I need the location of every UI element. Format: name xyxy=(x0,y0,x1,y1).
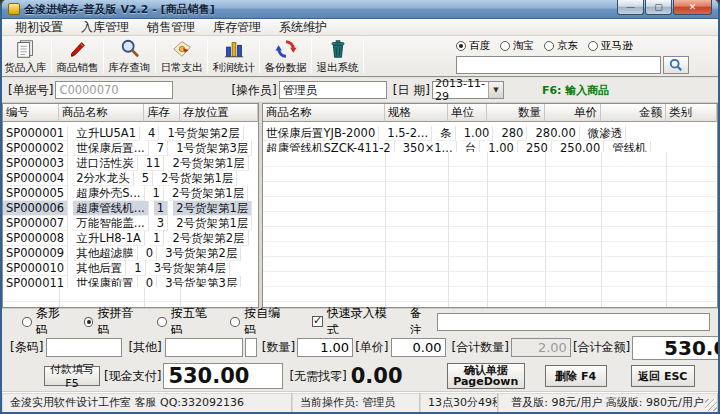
col-header-price[interactable]: 单价 xyxy=(545,104,601,122)
backup-data-button[interactable]: 备份数据 xyxy=(262,36,309,76)
web-search-input[interactable] xyxy=(456,56,661,74)
col-header-stock[interactable]: 库存 xyxy=(144,104,180,122)
product-row[interactable]: SP000008 立升LH8-1A 1 2号货架第2层 xyxy=(3,227,258,242)
engine-amazon[interactable]: 亚马逊 xyxy=(588,39,633,53)
chevron-down-icon[interactable]: ▼ xyxy=(488,82,503,98)
product-list-header: 编号 商品名称 库存 存放位置 xyxy=(3,104,258,122)
change-amount-value: 0.00 xyxy=(351,364,443,388)
confirm-bill-button[interactable]: 确认单据 PageDown xyxy=(447,363,525,389)
bill-no-input[interactable] xyxy=(55,81,173,99)
product-row[interactable]: SP000007 万能智能盖... 3 2号货架第1层 xyxy=(3,212,258,227)
checkbox-icon xyxy=(312,316,323,327)
product-list-table: 编号 商品名称 库存 存放位置 SP000001 立升LU5A1 4 1号货架第… xyxy=(2,103,259,308)
toolbar-separator xyxy=(311,39,312,73)
col-header-category[interactable]: 类别 xyxy=(666,104,717,122)
radio-icon xyxy=(500,41,510,51)
back-button[interactable]: 返回 ESC xyxy=(631,365,695,387)
col-header-code[interactable]: 编号 xyxy=(3,104,59,122)
menu-sales[interactable]: 销售管理 xyxy=(138,19,204,35)
toolbar-label: 商品销售 xyxy=(57,61,99,75)
col-header-item-name[interactable]: 商品名称 xyxy=(263,104,385,122)
engine-label: 百度 xyxy=(469,39,490,53)
col-header-unit[interactable]: 单位 xyxy=(448,104,487,122)
product-row[interactable]: SP000006 超康管线机... 1 2号货架第1层 xyxy=(3,197,258,212)
toolbar-label: 利润统计 xyxy=(213,61,255,75)
qty-label: [数量] xyxy=(262,339,295,356)
profit-stats-button[interactable]: 利润统计 xyxy=(210,36,257,76)
exit-system-button[interactable]: 退出系统 xyxy=(314,36,361,76)
product-row[interactable]: SP000001 立升LU5A1 4 1号货架第2层 xyxy=(3,122,258,137)
menu-inbound[interactable]: 入库管理 xyxy=(72,19,138,35)
product-row[interactable]: SP000002 世保康后置... 7 1号货架第3层 xyxy=(3,137,258,152)
cash-label: [现金支付] xyxy=(104,368,161,385)
col-header-location[interactable]: 存放位置 xyxy=(180,104,258,122)
product-row[interactable]: SP000011 世保康前置 0 3号货架第3层 xyxy=(3,272,258,287)
total-qty-label: [合计数量] xyxy=(452,339,509,356)
sale-item-row[interactable]: 超康管线机SZCK-411-2 350×1... 台 1.00 250 250.… xyxy=(263,137,717,152)
toolbar-label: 日常支出 xyxy=(161,61,203,75)
date-value: 2013-11-29 xyxy=(433,77,488,103)
barcode-label: [条码] xyxy=(10,339,43,356)
toolbar-separator xyxy=(103,39,104,73)
toolbar: 货品入库 商品销售 库存查询 日常支出 xyxy=(2,36,718,78)
product-row[interactable]: SP000010 其他后置 1 3号货架第4层 xyxy=(3,257,258,272)
minimize-button[interactable]: — xyxy=(617,0,644,15)
toolbar-separator xyxy=(207,39,208,73)
close-button[interactable]: ✕ xyxy=(673,0,712,15)
engine-label: 淘宝 xyxy=(513,39,534,53)
expense-card-icon xyxy=(171,38,193,60)
entry-fields-row: [条码] [其他] [数量] [单价] [合计数量] [合计金额] xyxy=(2,334,718,361)
product-row[interactable]: SP000009 其他超滤膜 0 3号货架第2层 xyxy=(3,242,258,257)
aux-input[interactable] xyxy=(245,338,257,357)
f6-hint: F6: 输入商品 xyxy=(542,83,609,98)
radio-icon xyxy=(22,317,32,327)
col-header-spec[interactable]: 规格 xyxy=(385,104,448,122)
menu-initial-setup[interactable]: 期初设置 xyxy=(6,19,72,35)
remark-input[interactable] xyxy=(437,313,710,331)
document-icon xyxy=(15,38,37,60)
sale-items-table: 商品名称 规格 单位 数量 单价 金额 类别 世保康后置YJB-2000 1.5… xyxy=(262,103,718,308)
daily-expense-button[interactable]: 日常支出 xyxy=(158,36,205,76)
qty-input[interactable] xyxy=(297,338,353,357)
empty-rows-area xyxy=(263,152,717,307)
other-code-input[interactable] xyxy=(165,338,243,357)
window-titlebar: 金浚进销存-普及版 V2.2 - [商品销售] — ▢ ✕ xyxy=(2,0,718,19)
radio-icon xyxy=(157,317,167,327)
toolbar-separator xyxy=(259,39,260,73)
maximize-button[interactable]: ▢ xyxy=(645,0,672,15)
resize-grip-icon[interactable] xyxy=(705,399,717,411)
barcode-input[interactable] xyxy=(46,338,122,357)
goods-sale-button[interactable]: 商品销售 xyxy=(54,36,101,76)
payment-fill-button[interactable]: 付款填写 F5 xyxy=(44,366,100,386)
stock-query-button[interactable]: 库存查询 xyxy=(106,36,153,76)
total-qty-value xyxy=(511,338,571,357)
input-mode-row: 条形码 按拼音码 按五笔码 按自编码 快速录入模式 备注 xyxy=(2,308,718,334)
menu-system[interactable]: 系统维护 xyxy=(270,19,336,35)
toolbar-label: 货品入库 xyxy=(5,61,47,75)
col-header-qty[interactable]: 数量 xyxy=(487,104,545,122)
window-title: 金浚进销存-普及版 V2.2 - [商品销售] xyxy=(24,2,215,17)
col-header-name[interactable]: 商品名称 xyxy=(59,104,144,122)
sale-item-row[interactable]: 世保康后置YJB-2000 1.5-2... 条 1.00 280 280.00… xyxy=(263,122,717,137)
app-icon xyxy=(8,3,20,15)
operator-input[interactable] xyxy=(279,81,387,99)
price-label: [单价] xyxy=(355,339,388,356)
engine-baidu[interactable]: 百度 xyxy=(456,39,490,53)
radio-icon xyxy=(588,41,598,51)
status-bar: 金浚实用软件设计工作室 客服 QQ:332092136 当前操作员: 管理员 1… xyxy=(2,392,718,412)
product-row[interactable]: SP000003 进口活性炭 11 2号货架第1层 xyxy=(3,152,258,167)
goods-inbound-button[interactable]: 货品入库 xyxy=(2,36,49,76)
magnifier-icon xyxy=(119,38,141,60)
engine-jd[interactable]: 京东 xyxy=(544,39,578,53)
delete-button[interactable]: 删除 F4 xyxy=(545,365,607,387)
product-row[interactable]: SP000005 超康外壳S... 1 2号货架第1层 xyxy=(3,182,258,197)
product-row[interactable]: SP000004 2分水龙头 5 2号货架第1层 xyxy=(3,167,258,182)
cash-amount-input[interactable]: 530.00 xyxy=(163,363,283,389)
sync-arrows-icon xyxy=(275,38,297,60)
col-header-amount[interactable]: 金额 xyxy=(601,104,666,122)
web-search-button[interactable] xyxy=(663,56,689,74)
engine-taobao[interactable]: 淘宝 xyxy=(500,39,534,53)
date-picker[interactable]: 2013-11-29 ▼ xyxy=(432,81,504,99)
price-input[interactable] xyxy=(391,338,446,357)
menu-inventory[interactable]: 库存管理 xyxy=(204,19,270,35)
